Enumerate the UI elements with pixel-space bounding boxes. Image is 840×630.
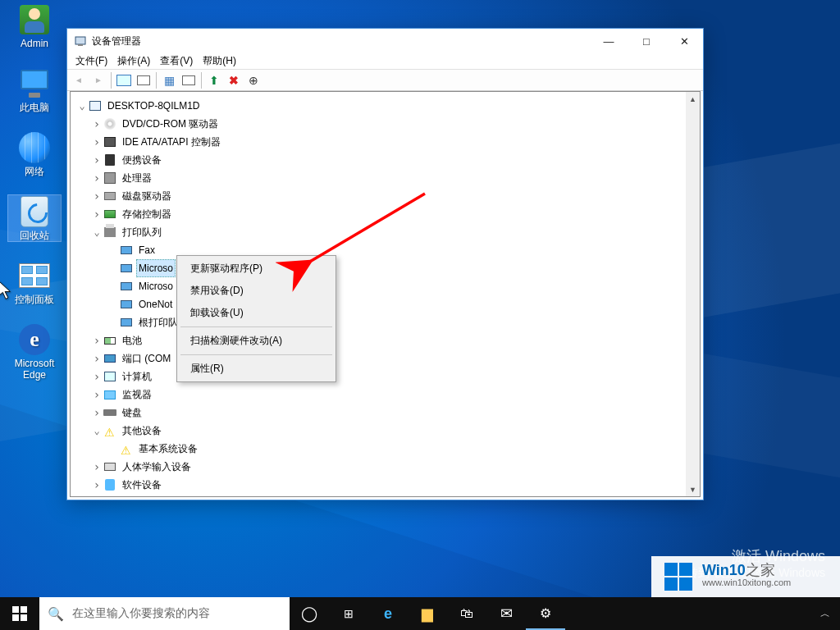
tree-item[interactable]: 处理器 xyxy=(74,169,682,187)
menu-help[interactable]: 帮助(H) xyxy=(198,52,241,70)
properties-button[interactable] xyxy=(135,71,153,89)
search-icon: 🔍 xyxy=(48,606,64,622)
prop-small-icon xyxy=(137,75,150,85)
storage-icon xyxy=(104,210,116,218)
show-hide-tree-button[interactable] xyxy=(115,71,133,89)
menu-file[interactable]: 文件(F) xyxy=(71,52,112,70)
taskbar-store[interactable]: 🛍 xyxy=(447,597,486,630)
tree-item[interactable]: 便携设备 xyxy=(74,151,682,169)
cd-icon xyxy=(104,118,116,130)
edge-icon: e xyxy=(19,324,50,355)
tree-item[interactable]: Microso xyxy=(74,277,682,295)
menu-view[interactable]: 查看(V) xyxy=(155,52,198,70)
desktop-icon-edge[interactable]: e Microsoft Edge xyxy=(8,323,61,381)
tree-item[interactable]: IDE ATA/ATAPI 控制器 xyxy=(74,133,682,151)
cortana-button[interactable]: ◯ xyxy=(290,597,329,630)
ctx-update-driver[interactable]: 更新驱动程序(P) xyxy=(179,258,334,280)
desktop-icon-recycle-bin[interactable]: 回收站 xyxy=(8,195,61,241)
taskbar-edge[interactable]: e xyxy=(368,597,408,630)
minimize-button[interactable]: — xyxy=(590,29,628,53)
printer-icon xyxy=(121,318,132,326)
desktop-icon-admin[interactable]: Admin xyxy=(8,3,61,49)
action-button-1[interactable] xyxy=(160,71,178,89)
scroll-track[interactable] xyxy=(686,106,700,482)
forward-button[interactable] xyxy=(89,71,107,89)
tray-chevron-up-icon[interactable]: ︿ xyxy=(814,597,837,630)
tree-item[interactable]: 存储控制器 xyxy=(74,205,682,223)
start-button[interactable] xyxy=(0,597,39,630)
taskbar-mail[interactable]: ✉ xyxy=(486,597,526,630)
tree-item[interactable]: 计算机 xyxy=(74,368,682,386)
taskbar-device-manager[interactable]: ⚙ xyxy=(526,597,565,630)
printer-icon xyxy=(121,300,132,308)
portable-icon xyxy=(105,154,115,166)
tree-item-selected[interactable]: Microso xyxy=(74,259,682,277)
tree-item[interactable]: OneNot xyxy=(74,295,682,313)
disk-icon xyxy=(104,192,116,200)
taskbar-explorer[interactable]: ▆ xyxy=(408,597,447,630)
taskbar-search[interactable]: 🔍 在这里输入你要搜索的内容 xyxy=(39,597,290,630)
window-title: 设备管理器 xyxy=(92,34,590,48)
tree-item[interactable]: 根打印队 xyxy=(74,313,682,331)
tree-item-fax[interactable]: Fax xyxy=(74,241,682,259)
tree-item[interactable]: 声音、视频和游戏控制器 xyxy=(74,494,682,496)
svg-rect-1 xyxy=(78,44,83,46)
close-button[interactable]: ✕ xyxy=(665,29,703,53)
scan-hardware-button[interactable] xyxy=(244,71,262,89)
scroll-down-button[interactable]: ▼ xyxy=(686,482,700,496)
tree-item-other[interactable]: 其他设备 xyxy=(74,422,682,440)
desktop-icon-this-pc[interactable]: 此电脑 xyxy=(8,67,61,113)
scroll-up-button[interactable]: ▲ xyxy=(686,92,700,106)
titlebar[interactable]: 设备管理器 — □ ✕ xyxy=(67,29,703,53)
printer-icon xyxy=(121,246,132,254)
desktop-icon-control-panel[interactable]: 控制面板 xyxy=(8,259,61,305)
warning-icon xyxy=(104,425,116,436)
tree-item[interactable]: 磁盘驱动器 xyxy=(74,187,682,205)
cpu-icon xyxy=(104,172,116,184)
ctx-properties[interactable]: 属性(R) xyxy=(179,358,334,380)
back-button[interactable] xyxy=(70,71,88,89)
svg-rect-0 xyxy=(75,37,85,44)
battery-icon xyxy=(104,337,116,345)
ctx-uninstall-device[interactable]: 卸载设备(U) xyxy=(179,302,334,324)
tree-item[interactable]: 端口 (COM xyxy=(74,349,682,368)
tree-item[interactable]: DVD/CD-ROM 驱动器 xyxy=(74,115,682,133)
monitor-icon xyxy=(104,390,116,399)
uninstall-button[interactable] xyxy=(225,71,243,89)
device-tree[interactable]: DESKTOP-8QILM1D DVD/CD-ROM 驱动器 IDE ATA/A… xyxy=(71,92,686,496)
menubar: 文件(F) 操作(A) 查看(V) 帮助(H) xyxy=(67,53,703,70)
scrollbar[interactable]: ▲ ▼ xyxy=(686,92,700,496)
system-tray: ︿ xyxy=(814,597,840,630)
printer-icon xyxy=(121,264,132,272)
update-driver-button[interactable]: ⬆ xyxy=(205,71,223,89)
tree-item[interactable]: 基本系统设备 xyxy=(74,440,682,458)
site-watermark: Win10之家 www.win10xitong.com xyxy=(651,556,840,597)
tree-item[interactable]: 软件设备 xyxy=(74,476,682,494)
globe-icon xyxy=(19,132,50,163)
windows-logo-icon xyxy=(664,563,692,591)
maximize-button[interactable]: □ xyxy=(628,29,665,53)
desktop-icons: Admin 此电脑 网络 回收站 控制面板 e Microsoft Edge xyxy=(8,3,64,399)
recycle-bin-icon xyxy=(21,196,48,227)
desktop-icon-network[interactable]: 网络 xyxy=(8,131,61,177)
computer-icon xyxy=(89,101,101,111)
control-panel-icon xyxy=(19,263,50,288)
search-placeholder: 在这里输入你要搜索的内容 xyxy=(72,606,210,621)
action-button-2[interactable] xyxy=(180,71,198,89)
pc-small-icon xyxy=(116,75,131,86)
software-icon xyxy=(105,479,115,491)
tree-item[interactable]: 人体学输入设备 xyxy=(74,458,682,476)
taskbar: 🔍 在这里输入你要搜索的内容 ◯ ⊞ e ▆ 🛍 ✉ ⚙ ︿ xyxy=(0,597,840,630)
task-view-button[interactable]: ⊞ xyxy=(329,597,368,630)
ctx-scan-hardware[interactable]: 扫描检测硬件改动(A) xyxy=(179,330,334,352)
tree-item[interactable]: 电池 xyxy=(74,331,682,349)
tree-item[interactable]: 监视器 xyxy=(74,386,682,404)
warning-icon xyxy=(121,443,132,454)
tree-item-print-queues[interactable]: 打印队列 xyxy=(74,223,682,241)
ctx-disable-device[interactable]: 禁用设备(D) xyxy=(179,280,334,302)
tree-item[interactable]: 键盘 xyxy=(74,404,682,422)
context-menu: 更新驱动程序(P) 禁用设备(D) 卸载设备(U) 扫描检测硬件改动(A) 属性… xyxy=(176,255,336,382)
menu-action[interactable]: 操作(A) xyxy=(112,52,155,70)
tree-root[interactable]: DESKTOP-8QILM1D xyxy=(74,97,682,115)
mouse-cursor xyxy=(0,281,13,300)
